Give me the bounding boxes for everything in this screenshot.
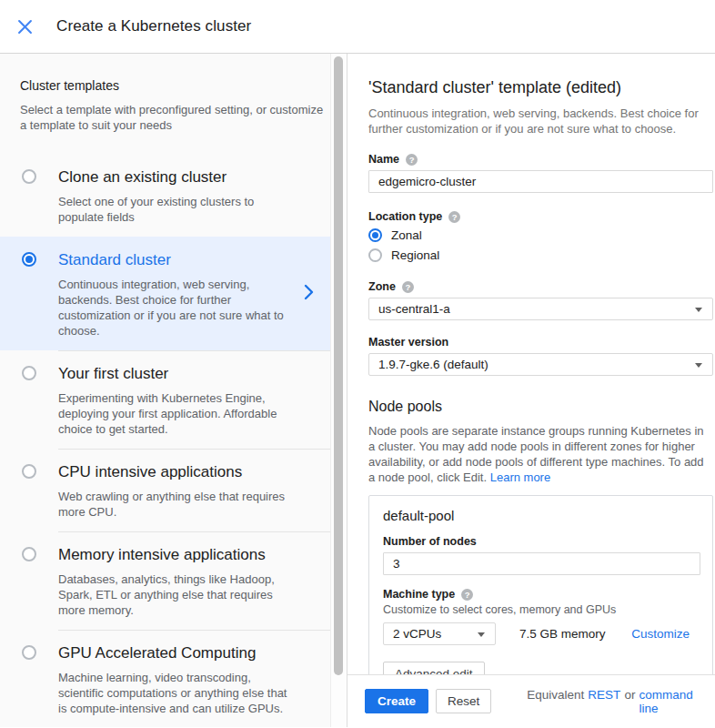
machine-type-label: Machine type xyxy=(383,588,455,601)
template-item-description: Continuous integration, web serving, bac… xyxy=(58,277,287,339)
pool-name: default-pool xyxy=(383,508,700,523)
node-pools-description: Node pools are separate instance groups … xyxy=(368,423,713,485)
memory-value: 7.5 GB memory xyxy=(519,627,606,641)
create-button[interactable]: Create xyxy=(365,689,428,713)
template-item-gpu-accelerated[interactable]: GPU Accelerated Computing Machine learni… xyxy=(0,630,347,727)
help-icon[interactable] xyxy=(448,211,460,223)
radio-unselected-icon[interactable] xyxy=(22,645,36,660)
equivalent-text: Equivalent xyxy=(527,688,584,715)
master-version-select[interactable]: 1.9.7-gke.6 (default) xyxy=(368,353,713,376)
template-item-memory-intensive[interactable]: Memory intensive applications Databases,… xyxy=(0,531,347,630)
template-item-standard-cluster[interactable]: Standard cluster Continuous integration,… xyxy=(0,237,347,350)
create-kubernetes-cluster-dialog: Create a Kubernetes cluster Cluster temp… xyxy=(0,0,715,727)
radio-selected-icon[interactable] xyxy=(368,228,382,242)
zone-label: Zone xyxy=(368,280,396,293)
cluster-templates-sidebar: Cluster templates Select a template with… xyxy=(0,54,347,727)
template-item-description: Databases, analytics, things like Hadoop… xyxy=(58,571,297,618)
form-footer: Create Reset Equivalent REST or command … xyxy=(347,674,715,727)
node-pools-heading: Node pools xyxy=(368,399,713,415)
zone-select-value: us-central1-a xyxy=(378,302,450,316)
master-version-select-value: 1.9.7-gke.6 (default) xyxy=(378,358,488,371)
equivalent-links: Equivalent REST or command line xyxy=(527,688,715,715)
template-item-title: Memory intensive applications xyxy=(58,545,347,564)
help-icon[interactable] xyxy=(406,154,418,166)
machine-type-select[interactable]: 2 vCPUs xyxy=(383,622,496,645)
default-pool-card: default-pool Number of nodes Machine typ… xyxy=(368,495,713,674)
chevron-right-icon xyxy=(304,284,314,304)
template-item-description: Select one of your existing clusters to … xyxy=(58,194,297,225)
location-type-zonal-radio[interactable]: Zonal xyxy=(368,228,713,243)
name-label: Name xyxy=(368,153,399,166)
radio-unselected-icon[interactable] xyxy=(368,248,382,262)
radio-unselected-icon[interactable] xyxy=(22,547,36,561)
dialog-header: Create a Kubernetes cluster xyxy=(0,0,715,54)
template-item-clone-existing[interactable]: Clone an existing cluster Select one of … xyxy=(0,154,347,237)
customize-link[interactable]: Customize xyxy=(631,627,690,641)
template-item-title: Your first cluster xyxy=(58,364,347,383)
form-subtitle: Continuous integration, web serving, bac… xyxy=(368,106,712,136)
template-list: Clone an existing cluster Select one of … xyxy=(0,154,347,727)
template-item-title: CPU intensive applications xyxy=(58,462,347,481)
help-icon[interactable] xyxy=(461,589,473,601)
machine-type-hint: Customize to select cores, memory and GP… xyxy=(383,603,700,616)
reset-button[interactable]: Reset xyxy=(436,689,491,713)
form-title: 'Standard cluster' template (edited) xyxy=(368,78,713,97)
radio-unselected-icon[interactable] xyxy=(22,366,36,380)
advanced-edit-button[interactable]: Advanced edit xyxy=(383,662,485,674)
template-item-your-first-cluster[interactable]: Your first cluster Experimenting with Ku… xyxy=(0,350,347,449)
template-item-description: Web crawling or anything else that requi… xyxy=(58,489,297,520)
close-icon[interactable] xyxy=(15,17,34,35)
number-of-nodes-label: Number of nodes xyxy=(383,535,477,548)
sidebar-heading: Cluster templates xyxy=(20,78,330,93)
template-item-description: Experimenting with Kubernetes Engine, de… xyxy=(58,390,297,437)
or-text: or xyxy=(624,688,635,715)
radio-selected-icon[interactable] xyxy=(22,252,36,267)
help-icon[interactable] xyxy=(402,281,414,293)
sidebar-scrollbar-thumb[interactable] xyxy=(334,56,343,675)
template-item-title: GPU Accelerated Computing xyxy=(58,643,347,662)
radio-unselected-icon[interactable] xyxy=(22,169,36,184)
learn-more-link[interactable]: Learn more xyxy=(490,470,550,484)
template-item-cpu-intensive[interactable]: CPU intensive applications Web crawling … xyxy=(0,449,347,531)
page-title: Create a Kubernetes cluster xyxy=(56,17,251,35)
radio-unselected-icon[interactable] xyxy=(22,464,36,479)
cluster-name-input[interactable] xyxy=(368,170,713,193)
machine-type-select-value: 2 vCPUs xyxy=(393,627,441,641)
template-form-panel: 'Standard cluster' template (edited) Con… xyxy=(347,54,715,727)
sidebar-scrollbar[interactable] xyxy=(330,54,347,727)
location-type-label: Location type xyxy=(368,210,442,223)
location-type-regional-radio[interactable]: Regional xyxy=(368,248,713,263)
radio-label: Zonal xyxy=(391,228,422,242)
master-version-label: Master version xyxy=(368,336,448,349)
rest-link[interactable]: REST xyxy=(588,688,620,715)
zone-select[interactable]: us-central1-a xyxy=(368,298,713,320)
sidebar-description: Select a template with preconfigured set… xyxy=(20,102,327,133)
number-of-nodes-input[interactable] xyxy=(383,552,700,575)
radio-label: Regional xyxy=(391,248,439,262)
template-item-title: Standard cluster xyxy=(58,250,347,269)
command-line-link[interactable]: command line xyxy=(639,688,715,715)
template-item-title: Clone an existing cluster xyxy=(58,167,347,187)
template-item-description: Machine learning, video transcoding, sci… xyxy=(58,670,297,716)
